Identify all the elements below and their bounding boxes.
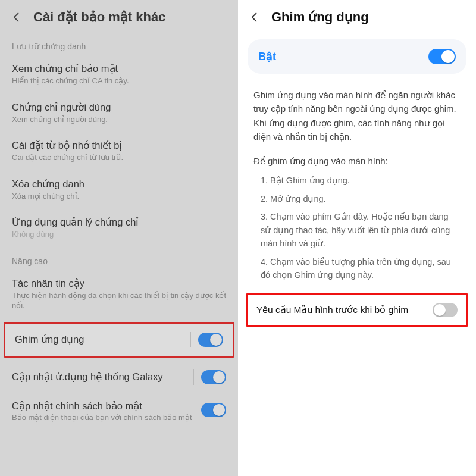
highlight-require-pattern: Yêu cầu Mẫu hình trước khi bỏ ghim xyxy=(246,293,468,327)
toggle-pin-app[interactable] xyxy=(198,333,223,347)
settings-other-security: Cài đặt bảo mật khác Lưu trữ chứng danh … xyxy=(0,0,238,476)
step-4: 4. Chạm vào biểu tượng phía trên ứng dụn… xyxy=(261,255,461,282)
item-user-certs[interactable]: Chứng chỉ người dùng Xem chứng chỉ người… xyxy=(0,95,238,133)
master-label: Bật xyxy=(258,50,276,63)
item-cert-management-app[interactable]: Ứng dụng quản lý chứng chỉ Không dùng xyxy=(0,209,238,248)
back-icon[interactable] xyxy=(11,11,23,23)
highlight-pin-app: Ghim ứng dụng xyxy=(4,322,234,358)
divider-icon xyxy=(193,369,194,385)
back-icon[interactable] xyxy=(249,11,261,23)
item-view-security-certs[interactable]: Xem chứng chỉ bảo mật Hiển thị các chứng… xyxy=(0,56,238,95)
master-card: Bật xyxy=(248,39,466,74)
toggle-security-policy[interactable] xyxy=(201,403,226,417)
require-pattern-label: Yêu cầu Mẫu hình trước khi bỏ ghim xyxy=(256,305,408,315)
divider-icon xyxy=(190,332,191,347)
item-clear-credentials[interactable]: Xóa chứng danh Xóa mọi chứng chỉ. xyxy=(0,171,238,210)
page-title: Cài đặt bảo mật khác xyxy=(33,10,165,25)
step-3: 3. Chạm vào phím Gần đây. Hoặc nếu bạn đ… xyxy=(261,210,461,250)
appbar: Ghim ứng dụng xyxy=(238,0,476,33)
settings-pin-app: Ghim ứng dụng Bật Ghim ứng dụng vào màn … xyxy=(238,0,476,476)
row-galaxy-system-update[interactable]: Cập nhật ứ.dụng hệ thống Galaxy xyxy=(0,361,238,393)
step-2: 2. Mở ứng dụng. xyxy=(261,192,461,205)
item-trusted-agents[interactable]: Tác nhân tin cậy Thực hiện hành động đã … xyxy=(0,271,238,320)
toggle-master[interactable] xyxy=(428,49,456,64)
row-pin-app[interactable]: Ghim ứng dụng xyxy=(5,324,233,356)
item-install-from-storage[interactable]: Cài đặt từ bộ nhớ thiết bị Cài đặt các c… xyxy=(0,133,238,171)
steps-list: 1. Bật Ghim ứng dụng. 2. Mở ứng dụng. 3.… xyxy=(253,174,461,281)
appbar: Cài đặt bảo mật khác xyxy=(0,0,238,33)
description-text: Ghim ứng dụng vào màn hình để ngăn người… xyxy=(253,88,461,143)
row-security-policy-update[interactable]: Cập nhật chính sách bảo mật Bảo mật điện… xyxy=(0,393,238,424)
section-credential-storage: Lưu trữ chứng danh xyxy=(0,33,238,56)
toggle-require-pattern[interactable] xyxy=(433,303,458,317)
description: Ghim ứng dụng vào màn hình để ngăn người… xyxy=(238,74,476,282)
steps-intro: Để ghim ứng dụng vào màn hình: xyxy=(253,154,461,168)
page-title: Ghim ứng dụng xyxy=(271,10,369,25)
toggle-galaxy-update[interactable] xyxy=(201,370,226,384)
section-advanced: Nâng cao xyxy=(0,248,238,271)
step-1: 1. Bật Ghim ứng dụng. xyxy=(261,174,461,187)
